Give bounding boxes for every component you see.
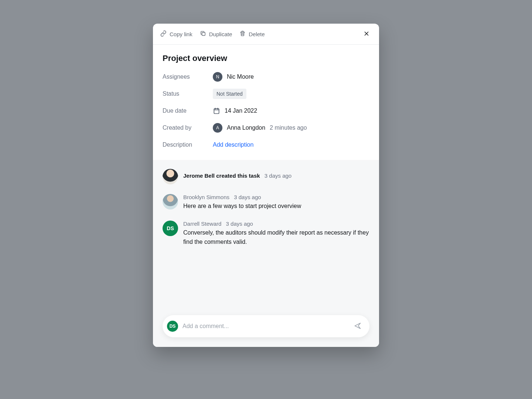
due-date-label: Due date: [163, 108, 213, 114]
assignees-value[interactable]: N Nic Moore: [213, 72, 254, 82]
activity-event-text: Jerome Bell created this task: [183, 173, 260, 179]
field-due-date: Due date 14 Jan 2022: [163, 105, 369, 116]
avatar: DS: [163, 221, 178, 236]
svg-rect-1: [214, 109, 219, 113]
send-button[interactable]: [352, 321, 363, 331]
comment-input[interactable]: [183, 323, 348, 330]
send-icon: [354, 322, 361, 331]
duplicate-button[interactable]: Duplicate: [200, 30, 232, 38]
task-modal: Copy link Duplicate Delete Project over: [153, 24, 379, 347]
field-status: Status Not Started: [163, 88, 369, 99]
due-date-text: 14 Jan 2022: [225, 108, 257, 114]
delete-button[interactable]: Delete: [239, 30, 265, 38]
close-button[interactable]: [361, 29, 372, 39]
status-badge: Not Started: [213, 89, 246, 99]
add-description-link[interactable]: Add description: [213, 141, 253, 148]
activity-event: Jerome Bell created this task 3 days ago: [163, 169, 369, 184]
comment-composer[interactable]: DS: [163, 315, 369, 337]
toolbar-actions: Copy link Duplicate Delete: [160, 30, 361, 38]
activity-feed: Jerome Bell created this task 3 days ago…: [153, 160, 379, 315]
activity-comment: Brooklyn Simmons 3 days ago Here are a f…: [163, 194, 369, 211]
avatar: [163, 169, 178, 184]
status-value[interactable]: Not Started: [213, 89, 246, 99]
status-label: Status: [163, 91, 213, 97]
field-description: Description Add description: [163, 139, 369, 150]
activity-comment: DS Darrell Steward 3 days ago Conversely…: [163, 221, 369, 247]
comment-author: Darrell Steward: [183, 221, 221, 227]
task-details: Project overview Assignees N Nic Moore S…: [153, 45, 379, 160]
comment-text: Here are a few ways to start project ove…: [183, 202, 369, 211]
comment-time: 3 days ago: [234, 194, 261, 200]
created-by-value: A Anna Longdon 2 minutes ago: [213, 123, 307, 133]
due-date-value[interactable]: 14 Jan 2022: [213, 107, 257, 115]
trash-icon: [239, 30, 246, 38]
modal-toolbar: Copy link Duplicate Delete: [153, 24, 379, 45]
created-time: 2 minutes ago: [270, 125, 307, 131]
avatar: [163, 194, 178, 209]
duplicate-label: Duplicate: [209, 31, 232, 37]
delete-label: Delete: [249, 31, 265, 37]
activity-event-time: 3 days ago: [265, 173, 291, 179]
copy-link-label: Copy link: [170, 31, 192, 37]
close-icon: [363, 30, 370, 38]
description-label: Description: [163, 141, 213, 148]
composer-area: DS: [153, 315, 379, 347]
created-by-label: Created by: [163, 125, 213, 131]
duplicate-icon: [200, 30, 206, 38]
assignee-name: Nic Moore: [227, 74, 254, 80]
copy-link-button[interactable]: Copy link: [160, 30, 192, 38]
comment-text: Conversely, the auditors should modify t…: [183, 228, 369, 247]
assignee-avatar: N: [213, 72, 222, 82]
field-created-by: Created by A Anna Longdon 2 minutes ago: [163, 122, 369, 133]
comment-author: Brooklyn Simmons: [183, 194, 229, 200]
svg-rect-0: [202, 33, 205, 36]
creator-avatar: A: [213, 123, 222, 133]
comment-time: 3 days ago: [226, 221, 253, 227]
calendar-icon: [213, 107, 220, 115]
composer-avatar: DS: [167, 321, 178, 332]
task-title: Project overview: [163, 54, 369, 63]
field-assignees: Assignees N Nic Moore: [163, 71, 369, 82]
link-icon: [160, 30, 167, 38]
assignees-label: Assignees: [163, 74, 213, 80]
creator-name: Anna Longdon: [227, 125, 265, 131]
